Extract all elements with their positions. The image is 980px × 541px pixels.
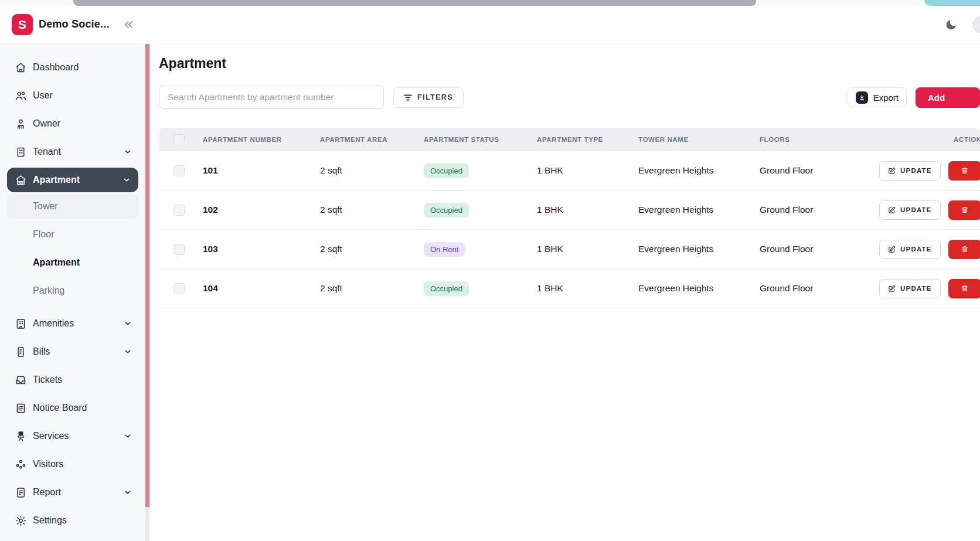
main-content: Apartment FILTERS Export Add (149, 44, 980, 541)
controls-row: FILTERS Export Add (159, 86, 980, 109)
submenu-item-label: Floor (33, 229, 54, 240)
sidebar-item-owner[interactable]: Owner (0, 110, 145, 138)
apartment-house-icon (14, 173, 27, 186)
apartment-area: 2 sqft (320, 205, 424, 215)
sidebar-item-apartment[interactable]: Apartment (7, 168, 138, 192)
tower-name: Evergreen Heights (638, 205, 760, 215)
export-label: Export (873, 93, 899, 103)
sidebar-scrollbar-thumb[interactable] (145, 44, 149, 507)
row-actions: UPDATE (879, 279, 980, 298)
sidebar-item-notice-board[interactable]: Notice Board (0, 394, 145, 422)
floor-name: Ground Floor (760, 244, 879, 254)
apartment-type: 1 BHK (537, 165, 638, 176)
edit-icon (888, 206, 896, 214)
add-button[interactable]: Add (916, 87, 980, 108)
sidebar-item-amenities[interactable]: Amenities (0, 309, 145, 338)
tower-name: Evergreen Heights (638, 165, 760, 176)
submenu-item-tower[interactable]: Tower (7, 194, 138, 219)
sidebar-item-visitors[interactable]: Visitors (0, 450, 145, 478)
sidebar-item-tenant[interactable]: Tenant (0, 138, 145, 166)
table-header-row: APARTMENT NUMBER APARTMENT AREA APARTMEN… (159, 128, 980, 151)
users-icon (14, 89, 27, 102)
row-actions: UPDATE (879, 161, 980, 181)
update-label: UPDATE (900, 167, 932, 174)
apartments-table: APARTMENT NUMBER APARTMENT AREA APARTMEN… (159, 128, 980, 308)
delete-button[interactable] (948, 279, 980, 298)
update-button[interactable]: UPDATE (879, 200, 941, 220)
sidebar-item-user[interactable]: User (0, 81, 145, 110)
sidebar-item-label: Tenant (33, 147, 117, 157)
sidebar-item-label: Apartment (33, 175, 116, 185)
chevron-down-icon (123, 347, 132, 356)
dark-mode-toggle[interactable] (942, 16, 960, 33)
status-badge: Occupied (424, 164, 469, 178)
submenu-item-label: Parking (33, 285, 64, 296)
submenu-item-parking[interactable]: Parking (0, 277, 145, 305)
app-screen: S Demo Socie... Dashboard (0, 0, 980, 541)
inbox-icon (14, 373, 27, 386)
column-header[interactable]: APARTMENT AREA (320, 136, 424, 143)
sidebar: Dashboard User Owner Tenant (0, 44, 145, 541)
app-title: Demo Socie... (39, 18, 110, 30)
trash-icon (961, 166, 969, 175)
export-button[interactable]: Export (848, 87, 907, 107)
user-avatar[interactable] (973, 16, 980, 33)
moon-icon (945, 18, 958, 31)
sidebar-collapse-button[interactable] (120, 16, 137, 33)
window-grid-icon (14, 145, 27, 158)
sidebar-item-settings[interactable]: Settings (0, 506, 145, 535)
column-header[interactable]: APARTMENT NUMBER (203, 136, 320, 143)
notice-board-icon (14, 402, 27, 414)
column-header[interactable]: FLOORS (760, 136, 879, 143)
brand-logo[interactable]: S (12, 14, 33, 35)
filters-button[interactable]: FILTERS (393, 87, 464, 108)
column-header[interactable]: APARTMENT STATUS (424, 136, 537, 143)
person-icon (14, 117, 27, 130)
status-badge: On Rent (424, 242, 465, 257)
sidebar-item-label: Settings (33, 515, 132, 526)
chair-icon (14, 430, 27, 443)
tower-name: Evergreen Heights (638, 283, 760, 294)
column-header[interactable]: APARTMENT TYPE (537, 136, 638, 143)
sidebar-scrollbar-track (145, 44, 149, 541)
row-checkbox[interactable] (173, 165, 185, 176)
row-actions: UPDATE (879, 240, 980, 259)
chevron-down-icon (122, 175, 131, 185)
edit-icon (888, 246, 896, 253)
delete-button[interactable] (948, 200, 980, 220)
page-title: Apartment (159, 56, 980, 72)
sidebar-item-services[interactable]: Services (0, 422, 145, 450)
sidebar-item-label: Bills (33, 346, 117, 357)
delete-button[interactable] (948, 240, 980, 259)
submenu-item-apartment[interactable]: Apartment (0, 249, 145, 277)
topbar-right (942, 16, 980, 33)
column-header[interactable]: ACTION (879, 136, 980, 143)
gear-icon (14, 514, 27, 527)
people-group-icon (14, 458, 27, 471)
sidebar-item-dashboard[interactable]: Dashboard (0, 53, 145, 81)
topbar: S Demo Socie... (0, 6, 980, 43)
column-header[interactable]: TOWER NAME (638, 136, 760, 143)
delete-button[interactable] (948, 161, 980, 181)
status-badge: Occupied (424, 203, 469, 217)
row-checkbox[interactable] (173, 283, 185, 294)
sidebar-item-tickets[interactable]: Tickets (0, 366, 145, 394)
submenu-item-floor[interactable]: Floor (0, 220, 145, 249)
update-button[interactable]: UPDATE (879, 279, 941, 298)
building-dots-icon (14, 317, 27, 330)
search-input[interactable] (159, 86, 384, 109)
apartment-area: 2 sqft (320, 165, 424, 176)
row-checkbox[interactable] (173, 244, 185, 255)
trash-icon (961, 206, 969, 214)
update-button[interactable]: UPDATE (879, 161, 941, 181)
submenu-item-label: Tower (33, 201, 58, 212)
row-actions: UPDATE (879, 200, 980, 220)
home-icon (14, 61, 27, 74)
sidebar-item-bills[interactable]: Bills (0, 338, 145, 366)
sidebar-item-report[interactable]: Report (0, 478, 145, 506)
sidebar-item-label: Dashboard (33, 62, 132, 73)
select-all-checkbox[interactable] (173, 134, 185, 145)
double-chevron-left-icon (122, 18, 135, 31)
update-button[interactable]: UPDATE (879, 240, 941, 259)
row-checkbox[interactable] (173, 205, 185, 216)
